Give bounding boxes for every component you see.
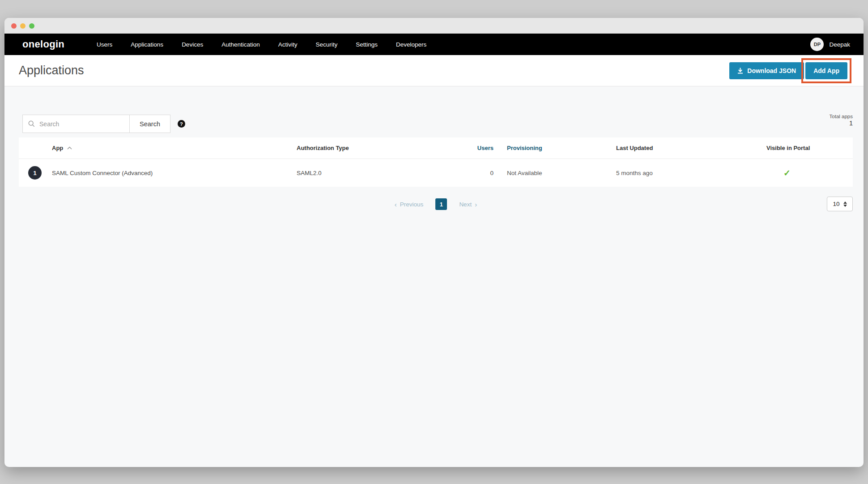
search-icon (28, 120, 35, 128)
authorization-type-cell: SAML2.0 (297, 170, 452, 176)
help-icon[interactable]: ? (178, 120, 185, 128)
add-app-label: Add App (813, 67, 839, 74)
stepper-arrows-icon (843, 201, 847, 207)
add-app-button[interactable]: Add App (805, 62, 847, 79)
next-label: Next (459, 201, 472, 208)
search-input[interactable] (39, 120, 124, 128)
column-header-last-updated: Last Updated (616, 145, 766, 151)
visible-check-icon: ✓ (783, 168, 791, 178)
nav-item-devices[interactable]: Devices (182, 41, 203, 48)
last-updated-cell: 5 months ago (616, 170, 766, 176)
sort-ascending-icon (67, 146, 72, 150)
provisioning-cell: Not Available (494, 170, 616, 176)
app-window: onelogin Users Applications Devices Auth… (4, 18, 864, 467)
search-box (22, 115, 130, 133)
nav-item-applications[interactable]: Applications (131, 41, 163, 48)
page-title: Applications (19, 64, 84, 77)
avatar[interactable]: DP (810, 38, 824, 51)
total-apps-label: Total apps (830, 114, 853, 119)
column-header-app-label: App (52, 145, 63, 151)
chevron-right-icon: › (475, 201, 477, 208)
total-apps-summary: Total apps 1 (830, 114, 853, 127)
header-actions: Download JSON Add App (729, 58, 851, 83)
search-group: Search (22, 115, 170, 133)
top-nav: onelogin Users Applications Devices Auth… (4, 34, 864, 55)
column-header-users[interactable]: Users (452, 145, 494, 151)
column-header-visible-in-portal: Visible in Portal (766, 145, 853, 151)
page-size-stepper[interactable]: 10 (827, 197, 853, 211)
nav-item-security[interactable]: Security (315, 41, 337, 48)
pagination: ‹ Previous 1 Next › (19, 198, 853, 210)
next-page-button[interactable]: Next › (459, 201, 477, 208)
table-header-row: App Authorization Type Users Provisionin… (19, 137, 853, 159)
nav-menu: Users Applications Devices Authenticatio… (97, 41, 426, 48)
column-header-provisioning[interactable]: Provisioning (494, 145, 616, 151)
content-area: Search ? Total apps 1 App Authorization … (4, 115, 864, 212)
user-menu[interactable]: DP Deepak (810, 38, 850, 51)
close-window-icon[interactable] (11, 23, 17, 29)
total-apps-count: 1 (830, 120, 853, 127)
toolbar: Search ? Total apps 1 (22, 115, 853, 133)
nav-item-authentication[interactable]: Authentication (221, 41, 260, 48)
column-header-authorization-type: Authorization Type (297, 145, 452, 151)
chevron-left-icon: ‹ (395, 201, 397, 208)
page-size-value: 10 (833, 201, 839, 207)
add-app-highlight-box: Add App (801, 58, 851, 83)
nav-item-users[interactable]: Users (97, 41, 112, 48)
current-page-button[interactable]: 1 (435, 198, 447, 210)
column-header-app[interactable]: App (19, 145, 297, 151)
previous-page-button[interactable]: ‹ Previous (395, 201, 424, 208)
download-icon (737, 68, 743, 74)
pagination-row: ‹ Previous 1 Next › 10 (19, 197, 853, 212)
onelogin-logo: onelogin (22, 39, 64, 50)
page-header: Applications Download JSON Add App (4, 55, 864, 86)
row-number-badge: 1 (28, 166, 42, 180)
minimize-window-icon[interactable] (20, 23, 26, 29)
window-titlebar (4, 18, 864, 34)
nav-item-developers[interactable]: Developers (396, 41, 426, 48)
table-row[interactable]: 1 SAML Custom Connector (Advanced) SAML2… (19, 159, 853, 187)
zoom-window-icon[interactable] (29, 23, 34, 29)
search-button[interactable]: Search (129, 115, 170, 133)
user-name: Deepak (829, 41, 850, 48)
app-cell: 1 SAML Custom Connector (Advanced) (19, 166, 297, 180)
nav-item-activity[interactable]: Activity (278, 41, 298, 48)
nav-item-settings[interactable]: Settings (356, 41, 378, 48)
previous-label: Previous (400, 201, 424, 208)
applications-table: App Authorization Type Users Provisionin… (19, 137, 853, 187)
download-json-label: Download JSON (747, 67, 796, 74)
users-count-cell: 0 (452, 170, 494, 176)
visible-in-portal-cell: ✓ (766, 168, 853, 178)
app-name[interactable]: SAML Custom Connector (Advanced) (52, 170, 153, 176)
download-json-button[interactable]: Download JSON (729, 62, 804, 79)
